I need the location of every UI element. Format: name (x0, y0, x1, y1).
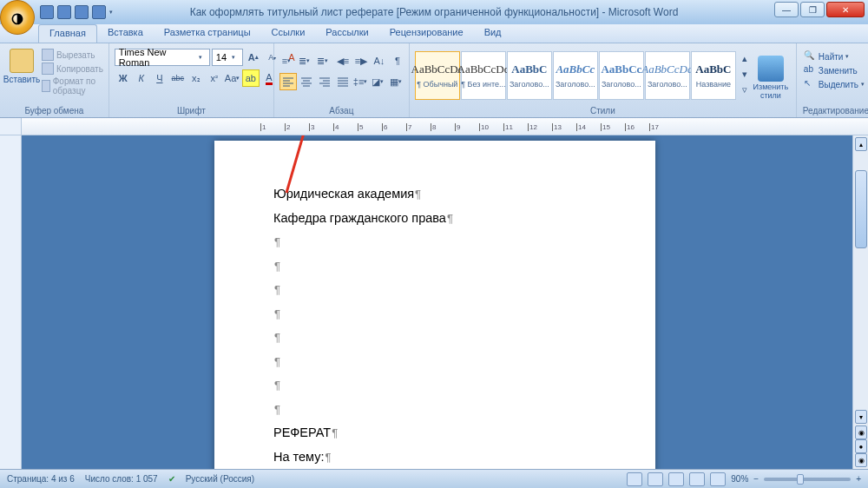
tab-home[interactable]: Главная (38, 24, 97, 43)
superscript-button[interactable]: x² (206, 69, 223, 87)
group-paragraph: ≡▾ ≣▾ ≣▾ ◀≡ ≡▶ A↓ ¶ (274, 43, 410, 117)
style-heading3[interactable]: AaBbCcЗаголово... (599, 51, 644, 100)
sort-button[interactable]: A↓ (371, 52, 388, 69)
document-line[interactable] (273, 302, 596, 326)
draft-view[interactable] (710, 472, 726, 486)
styles-scroll-down[interactable]: ▾ (739, 67, 751, 82)
underline-button[interactable]: Ч (151, 69, 168, 87)
spell-check-icon[interactable]: ✔ (168, 474, 175, 484)
style-heading1[interactable]: AaBbCЗаголово... (507, 51, 552, 100)
find-button[interactable]: 🔍Найти▾ (804, 50, 868, 63)
scroll-up-arrow[interactable]: ▴ (855, 137, 867, 151)
tab-references[interactable]: Ссылки (261, 24, 316, 43)
change-case-button[interactable]: Aa▾ (224, 69, 241, 87)
document-line[interactable]: Юридическая академия (273, 182, 596, 207)
minimize-button[interactable]: — (774, 2, 799, 17)
align-right-button[interactable] (316, 73, 333, 90)
prev-page-button[interactable]: ◉ (855, 425, 867, 439)
scroll-down-arrow[interactable]: ▾ (855, 410, 867, 424)
zoom-level[interactable]: 90% (731, 474, 748, 484)
align-left-button[interactable] (279, 73, 297, 90)
tab-insert[interactable]: Вставка (97, 24, 154, 43)
increase-indent-button[interactable]: ≡▶ (352, 52, 370, 69)
document-line[interactable] (273, 373, 596, 398)
borders-button[interactable]: ▦▾ (389, 73, 406, 90)
tab-review[interactable]: Рецензирование (379, 24, 474, 43)
copy-button[interactable]: Копировать (42, 63, 103, 75)
style-normal[interactable]: AaBbCcDd¶ Обычный (415, 51, 460, 100)
style-nospacing[interactable]: AaBbCcDd¶ Без инте... (461, 51, 506, 100)
next-page-button[interactable]: ◉ (855, 453, 867, 467)
grow-font-button[interactable]: A▴ (245, 49, 262, 66)
replace-button[interactable]: abЗаменить (804, 64, 868, 76)
tab-mailings[interactable]: Рассылки (315, 24, 378, 43)
document-line[interactable] (273, 326, 596, 350)
scroll-thumb[interactable] (855, 170, 867, 248)
format-painter-button[interactable]: Формат по образцу (42, 76, 103, 96)
web-view[interactable] (668, 472, 684, 486)
styles-more[interactable]: ▿ (739, 82, 751, 97)
shading-button[interactable]: ◪▾ (371, 73, 388, 90)
styles-scroll-up[interactable]: ▴ (739, 51, 751, 66)
language-indicator[interactable]: Русский (Россия) (186, 474, 254, 484)
document-line[interactable]: Кафедра гражданского права (273, 207, 596, 231)
outline-view[interactable] (689, 472, 705, 486)
page-indicator[interactable]: Страница: 4 из 6 (7, 474, 75, 484)
styles-gallery[interactable]: AaBbCcDd¶ Обычный AaBbCcDd¶ Без инте... … (415, 51, 751, 100)
cut-button[interactable]: Вырезать (42, 49, 103, 61)
maximize-button[interactable]: ❐ (800, 2, 825, 17)
vertical-scrollbar[interactable]: ▴ ▾ ◉ ● ◉ (852, 135, 868, 469)
select-button[interactable]: ↖Выделить▾ (804, 78, 868, 90)
fullscreen-view[interactable] (648, 472, 663, 486)
bold-button[interactable]: Ж (115, 69, 132, 87)
style-title[interactable]: AaBbCНазвание (691, 51, 736, 100)
zoom-in-button[interactable]: + (856, 474, 861, 484)
line-spacing-button[interactable]: ‡≡▾ (352, 73, 370, 90)
document-line[interactable]: РЕФЕРАТ (273, 421, 596, 445)
office-button[interactable]: ◑ (0, 0, 35, 35)
subscript-button[interactable]: x₂ (187, 69, 205, 87)
document-line[interactable] (273, 350, 596, 374)
tab-selector[interactable] (0, 118, 22, 135)
highlight-button[interactable]: ab (242, 69, 260, 87)
style-heading4[interactable]: AaBbCcDdЗаголово... (645, 51, 690, 100)
zoom-out-button[interactable]: − (753, 474, 759, 484)
paste-button[interactable]: Вставить (3, 45, 40, 84)
font-name-combo[interactable]: Times New Roman▾ (115, 49, 210, 66)
italic-button[interactable]: К (133, 69, 150, 87)
tab-layout[interactable]: Разметка страницы (154, 24, 261, 43)
document-line[interactable] (273, 278, 596, 302)
decrease-indent-button[interactable]: ◀≡ (334, 52, 352, 69)
change-styles-button[interactable]: Изменить стили (751, 50, 791, 101)
change-styles-icon (758, 56, 784, 82)
qat-print-icon[interactable] (92, 5, 106, 19)
multilevel-button[interactable]: ≣▾ (316, 52, 333, 69)
close-button[interactable]: ✕ (826, 2, 865, 17)
document-line[interactable]: На тему: (273, 445, 596, 469)
horizontal-ruler[interactable]: 1234567891011121314151617 (22, 118, 868, 135)
style-heading2[interactable]: AaBbCcЗаголово... (553, 51, 598, 100)
qat-redo-icon[interactable] (75, 5, 89, 19)
bullets-button[interactable]: ≡▾ (279, 52, 297, 69)
document-line[interactable] (273, 398, 596, 422)
justify-button[interactable] (334, 73, 352, 90)
qat-dropdown-icon[interactable]: ▾ (109, 9, 116, 16)
vertical-ruler[interactable] (0, 135, 22, 469)
align-center-button[interactable] (298, 73, 315, 90)
scissors-icon (42, 49, 54, 61)
strikethrough-button[interactable]: abc (169, 69, 187, 87)
tab-view[interactable]: Вид (474, 24, 512, 43)
font-size-combo[interactable]: 14▾ (212, 49, 243, 66)
replace-icon: ab (804, 64, 816, 76)
word-count[interactable]: Число слов: 1 057 (85, 474, 158, 484)
numbering-button[interactable]: ≣▾ (298, 52, 315, 69)
browse-object-button[interactable]: ● (855, 439, 867, 453)
qat-save-icon[interactable] (40, 5, 54, 19)
zoom-slider[interactable] (764, 478, 851, 481)
print-layout-view[interactable] (627, 472, 642, 486)
qat-undo-icon[interactable] (57, 5, 71, 19)
document-line[interactable] (273, 254, 596, 279)
show-marks-button[interactable]: ¶ (389, 52, 406, 69)
document-page[interactable]: Юридическая академияКафедра гражданского… (214, 141, 655, 469)
document-line[interactable] (273, 230, 596, 254)
